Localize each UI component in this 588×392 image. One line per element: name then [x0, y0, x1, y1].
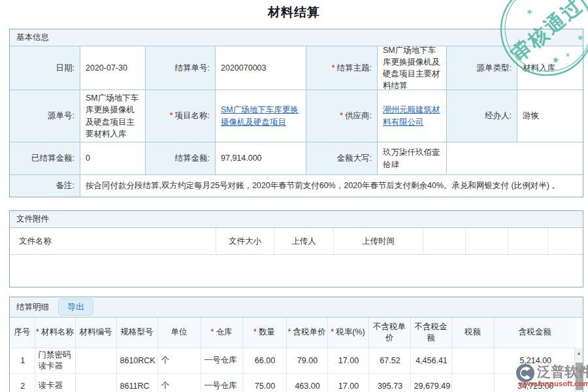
col-tax-rate: *税率(%) — [327, 318, 368, 348]
material-name: 读卡器 — [35, 373, 75, 392]
tax-rate: 17.00 — [327, 348, 368, 373]
supplier-link[interactable]: 潮州元顺建筑材料有限公司 — [383, 104, 442, 127]
required-mark: * — [211, 327, 214, 336]
required-mark: * — [332, 62, 335, 74]
scrollbar-thumb[interactable] — [576, 363, 583, 390]
detail-section-title: 结算明细 — [16, 302, 49, 313]
handler-value: 游恢 — [517, 90, 583, 142]
tax-amount — [451, 373, 494, 392]
project-value: SM广场地下车库更换摄像机及硬盘项目 — [216, 90, 306, 142]
col-notax-price: 不含税单价 — [368, 318, 410, 348]
material-name: 门禁密码读卡器 — [35, 348, 75, 373]
unit: 个 — [157, 348, 201, 373]
notax-price: 395.73 — [368, 373, 410, 392]
remark-label: 备注: — [10, 175, 80, 197]
attachment-col-uploadtime: 上传时间 — [334, 228, 423, 255]
settlement-detail-panel: 结算明细 导出 序号 *材料名称 材料编号 规格型号 单位 *仓库 *数量 *含… — [9, 297, 583, 392]
col-seq: 序号 — [10, 318, 35, 348]
warehouse: 一号仓库 — [201, 348, 242, 373]
quantity: 66.00 — [242, 348, 286, 373]
attachment-col-extra-3 — [508, 228, 548, 255]
project-link[interactable]: SM广场地下车库更换摄像机及硬盘项目 — [221, 104, 302, 127]
notax-amount: 4,456.41 — [410, 348, 451, 373]
col-tax-amount: 税额 — [451, 318, 494, 348]
col-quantity: *数量 — [242, 318, 286, 348]
date-label: 日期: — [10, 46, 80, 90]
detail-table: 序号 *材料名称 材料编号 规格型号 单位 *仓库 *数量 *含税单价 *税率(… — [10, 318, 576, 392]
col-notax-amount: 不含税金额 — [410, 318, 451, 348]
tax-amount — [451, 348, 494, 373]
notax-price: 67.52 — [368, 348, 410, 373]
settled-amount-value: 0 — [80, 142, 146, 175]
required-mark: * — [288, 327, 291, 336]
attachment-col-uploader: 上传人 — [274, 228, 334, 255]
quantity: 75.00 — [242, 373, 286, 392]
attachment-col-filesize: 文件大小 — [216, 228, 274, 255]
col-warehouse: *仓库 — [201, 318, 242, 348]
required-mark: * — [253, 327, 257, 336]
handler-label: 经办人: — [447, 90, 517, 142]
required-mark: * — [331, 327, 334, 336]
warehouse: 一号仓库 — [201, 373, 242, 392]
date-value: 2020-07-30 — [80, 46, 146, 90]
project-label: *项目名称: — [146, 90, 216, 142]
material-code — [75, 373, 116, 392]
subject-value: SM广场地下车库更换摄像机及硬盘项目主要材料结算 — [378, 46, 447, 90]
basic-info-panel: 基本信息 日期: 2020-07-30 结算单号: 2020070003 *结算… — [9, 29, 583, 197]
notax-amount: 29,679.49 — [410, 373, 451, 392]
attachment-col-extra-1 — [423, 228, 466, 255]
settle-amount-label: 结算金额: — [146, 142, 216, 175]
scrollbar-up-arrow-icon[interactable]: ▲ — [575, 348, 583, 357]
attachments-section-title: 文件附件 — [10, 211, 583, 228]
settle-no-value: 2020070003 — [216, 46, 306, 90]
basic-info-section-title: 基本信息 — [10, 29, 583, 46]
spec-model: 8611RC — [116, 373, 157, 392]
col-unit: 单位 — [157, 318, 201, 348]
col-spec-model: 规格型号 — [116, 318, 157, 348]
supplier-value: 潮州元顺建筑材料有限公司 — [378, 90, 447, 142]
required-mark: * — [36, 327, 39, 336]
detail-row-2: 2 读卡器 8611RC 个 一号仓库 75.00 463.00 17.00 3… — [10, 373, 576, 392]
total-with-tax: 5,214.00 — [494, 348, 576, 373]
empty-cell — [447, 142, 583, 175]
attachments-empty-body — [10, 255, 583, 287]
export-button[interactable]: 导出 — [58, 299, 93, 316]
col-tax-price: *含税单价 — [286, 318, 327, 348]
svg-text:★: ★ — [565, 0, 578, 2]
spec-model: 8610RCK — [116, 348, 157, 373]
remark-value: 按合同付款分段结算,双方约定每月25号对账，2020年春节前支付60%，2020… — [80, 175, 583, 197]
source-no-label: 源单号: — [10, 90, 80, 142]
tax-rate: 17.00 — [327, 373, 368, 392]
required-mark: * — [170, 110, 173, 122]
col-material-name: *材料名称 — [35, 318, 75, 348]
attachment-col-filename: 文件名称 — [10, 228, 216, 255]
unit: 个 — [157, 373, 201, 392]
tax-price: 463.00 — [286, 373, 327, 392]
vertical-scrollbar[interactable]: ▲ — [574, 348, 583, 392]
source-type-value: 材料入库 — [517, 46, 583, 90]
supplier-label: *供应商: — [306, 90, 378, 142]
seq: 1 — [10, 348, 35, 373]
settled-amount-label: 已结算金额: — [10, 142, 80, 175]
detail-header-row: 序号 *材料名称 材料编号 规格型号 单位 *仓库 *数量 *含税单价 *税率(… — [10, 318, 576, 348]
required-mark: * — [340, 110, 343, 122]
settle-amount-value: 97,914.000 — [216, 142, 306, 175]
material-code — [75, 348, 116, 373]
amount-words-value: 玖万柒仟玖佰壹拾肆 — [378, 142, 447, 175]
page-title: 材料结算 — [0, 4, 588, 21]
total-with-tax: 34,725.00 — [494, 373, 576, 392]
col-material-code: 材料编号 — [75, 318, 116, 348]
col-total-with-tax: 含税金额 — [494, 318, 576, 348]
attachments-panel: 文件附件 文件名称 文件大小 上传人 上传时间 — [9, 210, 583, 287]
subject-label: *结算主题: — [306, 46, 378, 90]
source-no-value: SM广场地下车库更换摄像机及硬盘项目主要材料入库 — [80, 90, 146, 142]
settle-no-label: 结算单号: — [146, 46, 216, 90]
detail-row-1: 1 门禁密码读卡器 8610RCK 个 一号仓库 66.00 79.00 17.… — [10, 348, 576, 373]
tax-price: 79.00 — [286, 348, 327, 373]
attachment-col-extra-4 — [548, 228, 583, 255]
attachment-col-extra-2 — [466, 228, 508, 255]
amount-words-label: 金额大写: — [306, 142, 378, 175]
source-type-label: 源单类型: — [447, 46, 517, 90]
seq: 2 — [10, 373, 35, 392]
